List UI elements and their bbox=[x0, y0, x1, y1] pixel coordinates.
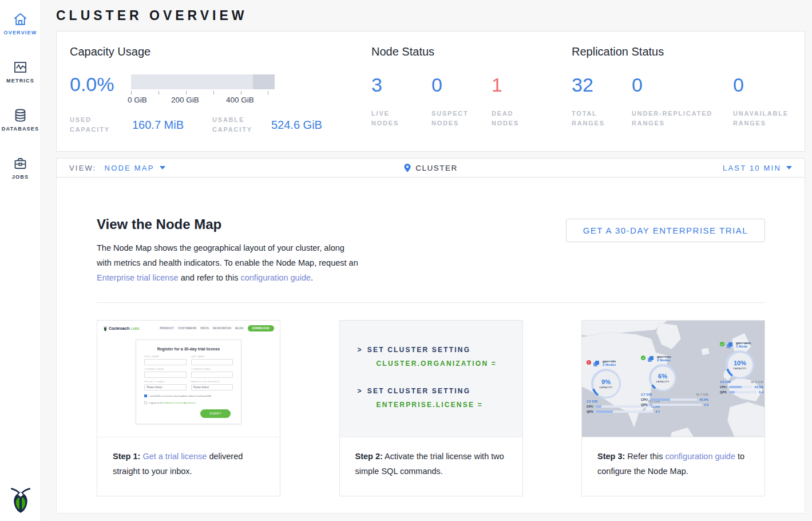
chevron-down-icon bbox=[160, 166, 165, 169]
capacity-percent: 0.0% bbox=[70, 73, 131, 96]
status-badge: ! bbox=[587, 360, 591, 365]
locality-node-count: 2 Nodes bbox=[603, 363, 616, 366]
enterprise-trial-license-link[interactable]: Enterprise trial license bbox=[97, 273, 179, 282]
axis-tick-label: 0 GiB bbox=[128, 96, 147, 104]
replication-status-section: Replication Status 32 TOTAL RANGES 0 UND… bbox=[572, 45, 793, 151]
node-status-title: Node Status bbox=[371, 45, 572, 58]
sidebar: OVERVIEW METRICS DATABASES JOBS bbox=[0, 0, 41, 521]
sidebar-item-overview[interactable]: OVERVIEW bbox=[0, 7, 41, 41]
nodes-icon bbox=[648, 356, 654, 362]
sidebar-item-jobs[interactable]: JOBS bbox=[0, 151, 41, 185]
unavailable-ranges-label: UNAVAILABLE RANGES bbox=[733, 109, 790, 128]
step-2-card: >SET CLUSTER SETTING CLUSTER.ORGANIZATIO… bbox=[339, 320, 523, 496]
node-map-panel: View the Node Map The Node Map shows the… bbox=[56, 178, 805, 514]
locality-tooltip-nyc: ✓ geo=nyc 2 Nodes 6%CAPACITY 3.7 GiB43.7… bbox=[641, 355, 708, 406]
get-trial-license-link[interactable]: Get a trial license bbox=[142, 452, 207, 461]
suspect-nodes-label: SUSPECT NODES bbox=[431, 109, 472, 128]
database-icon bbox=[13, 108, 28, 123]
axis-tick-label: 200 GiB bbox=[171, 96, 199, 104]
step-3-caption: Step 3: Refer this configuration guide t… bbox=[582, 437, 765, 479]
description-text: The Node Map shows the geographical layo… bbox=[97, 243, 358, 267]
live-nodes-metric: 3 LIVE NODES bbox=[371, 74, 431, 128]
cluster-summary-card: Capacity Usage 0.0% 0 GiB 200 GiB 400 Gi… bbox=[56, 31, 805, 152]
capacity-donut: 10%CAPACITY bbox=[726, 350, 754, 379]
location-pin-icon bbox=[403, 163, 411, 173]
replication-status-title: Replication Status bbox=[572, 45, 793, 58]
live-nodes-label: LIVE NODES bbox=[371, 109, 411, 128]
under-replicated-value: 0 bbox=[632, 74, 733, 95]
time-range-value: LAST 10 MIN bbox=[723, 164, 781, 172]
mini-submit-button: SUBMIT bbox=[200, 409, 231, 418]
node-map-heading: View the Node Map bbox=[97, 216, 359, 233]
mini-field-label: PROJECT PHASE bbox=[144, 381, 187, 383]
capacity-usage-section: Capacity Usage 0.0% 0 GiB 200 GiB 400 Gi… bbox=[70, 45, 371, 151]
step-2-caption: Step 2: Activate the trial license with … bbox=[340, 437, 522, 479]
mini-nav-item: BLOG bbox=[235, 327, 244, 330]
mini-checkbox bbox=[144, 401, 147, 404]
get-enterprise-trial-button[interactable]: GET A 30-DAY ENTERPRISE TRIAL bbox=[566, 219, 765, 242]
sidebar-item-databases[interactable]: DATABASES bbox=[0, 103, 41, 137]
under-replicated-label: UNDER-REPLICATED RANGES bbox=[632, 109, 718, 128]
suspect-nodes-value: 0 bbox=[431, 74, 492, 95]
usable-capacity-label: USABLE CAPACITY bbox=[212, 115, 271, 135]
suspect-nodes-metric: 0 SUSPECT NODES bbox=[431, 74, 492, 128]
mini-field-label: COMPANY EMAIL bbox=[191, 368, 233, 370]
usable-capacity-value: 524.6 GiB bbox=[271, 119, 322, 132]
total-ranges-metric: 32 TOTAL RANGES bbox=[572, 74, 632, 128]
mini-nav-item: DOCS bbox=[200, 327, 209, 330]
live-nodes-value: 3 bbox=[371, 74, 431, 95]
mini-site-nav: PRODUCT CUSTOMERS DOCS RESOURCES BLOG DO… bbox=[160, 325, 274, 331]
capacity-axis bbox=[131, 89, 275, 95]
dead-nodes-metric: 1 DEAD NODES bbox=[492, 74, 552, 128]
sidebar-item-label: METRICS bbox=[6, 78, 34, 84]
nodes-icon bbox=[593, 361, 600, 367]
mini-nav-item: RESOURCES bbox=[213, 327, 231, 330]
description-text: . bbox=[311, 273, 313, 282]
time-range-dropdown[interactable]: LAST 10 MIN bbox=[723, 164, 792, 172]
mini-field-label: COMPANY NAME bbox=[144, 368, 187, 370]
configuration-guide-link[interactable]: configuration guide bbox=[665, 452, 735, 461]
mini-field-label: LAST NAME bbox=[191, 356, 233, 358]
node-status-section: Node Status 3 LIVE NODES 0 SUSPECT NODES… bbox=[371, 45, 572, 151]
node-map-thumbnail: ! geo=sfo 2 Nodes 9%CAPACITY 3.2 GiB351 … bbox=[582, 321, 765, 437]
mini-form-title: Register for a 30-day trial license bbox=[144, 347, 233, 351]
used-capacity-value: 160.7 MiB bbox=[132, 119, 212, 132]
description-text: and refer to this bbox=[179, 273, 241, 282]
page-title: CLUSTER OVERVIEW bbox=[56, 8, 805, 23]
metrics-icon bbox=[13, 60, 28, 75]
step-label: Step 3: bbox=[597, 452, 625, 461]
locality-node-count: 2 Nodes bbox=[657, 358, 671, 362]
capacity-usage-title: Capacity Usage bbox=[70, 45, 371, 58]
main-content: CLUSTER OVERVIEW Capacity Usage 0.0% 0 G… bbox=[41, 8, 812, 521]
sidebar-item-label: DATABASES bbox=[2, 126, 39, 132]
capacity-bar-tail bbox=[253, 74, 275, 89]
sidebar-item-label: OVERVIEW bbox=[4, 30, 37, 35]
mini-download-button: DOWNLOAD bbox=[248, 325, 274, 331]
step-3-card: ! geo=sfo 2 Nodes 9%CAPACITY 3.2 GiB351 … bbox=[581, 320, 765, 496]
capacity-donut: 6%CAPACITY bbox=[649, 364, 676, 392]
mini-logo-suffix: LABS bbox=[130, 327, 140, 330]
locality-tooltip-ams: ✓ geo=ams 1 Node 10%CAPACITY 3.6 GiB36.6… bbox=[720, 341, 763, 394]
unavailable-ranges-value: 0 bbox=[733, 74, 790, 95]
divider bbox=[97, 302, 765, 303]
trial-license-site-thumbnail: Cockroach LABS PRODUCT CUSTOMERS DOCS RE… bbox=[97, 321, 280, 437]
briefcase-icon bbox=[13, 156, 28, 171]
view-label: VIEW: bbox=[69, 164, 97, 172]
capacity-donut: 9%CAPACITY bbox=[591, 369, 621, 398]
used-capacity-label: USED CAPACITY bbox=[70, 115, 132, 135]
view-mode-value: NODE MAP bbox=[105, 164, 155, 172]
view-mode-dropdown[interactable]: NODE MAP bbox=[105, 164, 165, 172]
mini-field-label: REASON FOR INTEREST bbox=[191, 381, 233, 383]
home-icon bbox=[13, 11, 28, 27]
cluster-label: CLUSTER bbox=[415, 164, 458, 172]
node-map-description: The Node Map shows the geographical layo… bbox=[97, 240, 359, 285]
sidebar-item-metrics[interactable]: METRICS bbox=[0, 55, 41, 89]
view-bar: VIEW: NODE MAP CLUSTER LAST 10 MIN bbox=[56, 158, 805, 177]
unavailable-ranges-metric: 0 UNAVAILABLE RANGES bbox=[733, 74, 790, 128]
dead-nodes-label: DEAD NODES bbox=[492, 109, 532, 128]
cockroach-labs-logo bbox=[9, 484, 33, 514]
configuration-guide-link[interactable]: configuration guide bbox=[240, 273, 311, 282]
sql-commands-thumbnail: >SET CLUSTER SETTING CLUSTER.ORGANIZATIO… bbox=[340, 321, 522, 437]
step-1-card: Cockroach LABS PRODUCT CUSTOMERS DOCS RE… bbox=[97, 320, 280, 496]
axis-tick-label: 400 GiB bbox=[226, 96, 254, 104]
